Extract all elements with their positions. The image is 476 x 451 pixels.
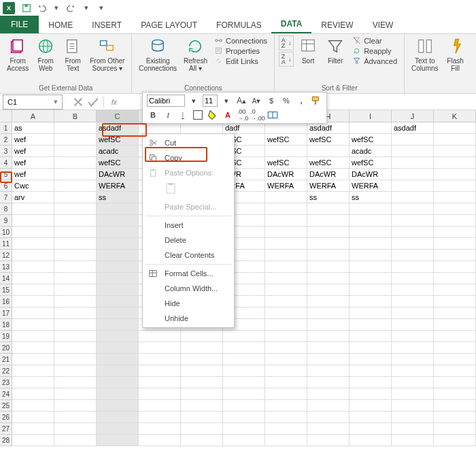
cell-I15[interactable] [350,284,392,296]
cell-K16[interactable] [434,296,476,307]
cell-F26[interactable] [223,412,265,423]
font-dropdown[interactable]: ▾ [188,95,200,107]
cell-I18[interactable] [350,319,392,331]
cell-B6[interactable] [54,180,97,192]
cell-D27[interactable] [139,423,181,435]
row-header-1[interactable]: 1 [0,122,12,134]
column-header-A[interactable]: A [12,110,54,122]
cell-C9[interactable] [97,215,139,227]
cell-J24[interactable] [392,388,434,400]
ctx-column-width[interactable]: Column Width... [143,281,234,296]
cell-G6[interactable]: WERFA [265,180,307,192]
row-header-18[interactable]: 18 [0,319,12,331]
cell-C1[interactable]: asdadf [97,122,139,134]
cell-J27[interactable] [392,423,434,435]
decrease-decimal-icon[interactable]: .0→.00 [252,109,264,121]
size-dropdown[interactable]: ▾ [220,95,233,107]
fx-icon[interactable]: fx [107,95,122,110]
cell-G5[interactable]: DAcWR [265,169,307,180]
row-header-15[interactable]: 15 [0,284,12,296]
cell-A5[interactable]: wef [12,169,54,180]
ctx-paste-special[interactable]: Paste Special... [143,199,234,214]
cell-G7[interactable] [265,192,307,203]
cell-K7[interactable] [434,192,476,203]
flash-fill-button[interactable]: Flash Fill [443,35,469,73]
cell-I22[interactable] [350,365,392,377]
cell-A14[interactable] [12,273,54,284]
cell-B22[interactable] [54,365,97,377]
cell-J26[interactable] [392,412,434,423]
cell-G1[interactable] [265,122,307,134]
ctx-insert[interactable]: Insert [143,218,234,233]
cell-A24[interactable] [12,388,54,400]
cell-B4[interactable] [54,157,97,169]
comma-format-icon[interactable]: , [295,95,307,107]
cell-K21[interactable] [434,354,476,365]
cell-B15[interactable] [54,284,97,296]
cell-I6[interactable]: WERFA [350,180,392,192]
row-header-6[interactable]: 6 [0,180,12,192]
cell-H6[interactable]: WERFA [307,180,350,192]
undo-button[interactable] [34,1,49,16]
cell-C28[interactable] [97,435,139,446]
cell-I20[interactable] [350,342,392,354]
cell-K10[interactable] [434,227,476,238]
cell-B16[interactable] [54,296,97,307]
edit-links-button[interactable]: Edit Links [211,56,270,66]
cell-D25[interactable] [139,400,181,412]
cell-G4[interactable]: wefSC [265,157,307,169]
cell-I13[interactable] [350,261,392,273]
cell-J13[interactable] [392,261,434,273]
row-header-27[interactable]: 27 [0,423,12,435]
cell-H22[interactable] [307,365,350,377]
row-header-12[interactable]: 12 [0,250,12,261]
cell-G26[interactable] [265,412,307,423]
cell-D23[interactable] [139,377,181,388]
cancel-icon[interactable] [71,95,86,110]
row-header-3[interactable]: 3 [0,146,12,157]
cell-A10[interactable] [12,227,54,238]
cell-I25[interactable] [350,400,392,412]
cell-J6[interactable] [392,180,434,192]
cell-K11[interactable] [434,238,476,250]
cell-A8[interactable] [12,203,54,215]
cell-A11[interactable] [12,238,54,250]
cell-C25[interactable] [97,400,139,412]
cell-J7[interactable] [392,192,434,203]
cell-E21[interactable] [181,354,223,365]
cell-I24[interactable] [350,388,392,400]
row-header-28[interactable]: 28 [0,435,12,446]
cell-H26[interactable] [307,412,350,423]
cell-H7[interactable]: ss [307,192,350,203]
tab-file[interactable]: FILE [0,16,39,33]
cell-E26[interactable] [181,412,223,423]
cell-G23[interactable] [265,377,307,388]
cell-H4[interactable]: wefSC [307,157,350,169]
cell-B19[interactable] [54,331,97,342]
cell-G8[interactable] [265,203,307,215]
cell-A9[interactable] [12,215,54,227]
cell-A17[interactable] [12,307,54,319]
cell-G21[interactable] [265,354,307,365]
cell-H16[interactable] [307,296,350,307]
cell-C24[interactable] [97,388,139,400]
cell-D28[interactable] [139,435,181,446]
cell-D19[interactable] [139,331,181,342]
merge-center-icon[interactable] [267,109,279,121]
cell-J21[interactable] [392,354,434,365]
cell-B24[interactable] [54,388,97,400]
cell-C4[interactable]: wefSC [97,157,139,169]
cell-A7[interactable]: arv [12,192,54,203]
cell-I21[interactable] [350,354,392,365]
cell-B3[interactable] [54,146,97,157]
properties-button[interactable]: Properties [211,46,270,56]
cell-J19[interactable] [392,331,434,342]
cell-K18[interactable] [434,319,476,331]
cell-I28[interactable] [350,435,392,446]
cell-H11[interactable] [307,238,350,250]
cell-F1[interactable]: dadf [223,122,265,134]
cell-K8[interactable] [434,203,476,215]
reapply-button[interactable]: Reapply [350,46,400,56]
cell-I1[interactable] [350,122,392,134]
cell-A23[interactable] [12,377,54,388]
